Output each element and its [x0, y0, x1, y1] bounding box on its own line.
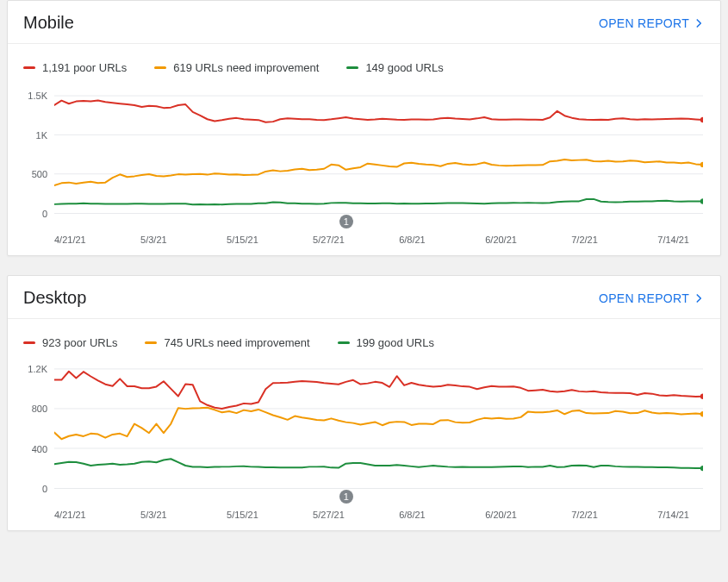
x-tick: 6/20/21 [485, 510, 517, 520]
x-tick: 7/2/21 [571, 235, 598, 245]
y-axis: 1.2K8004000 [20, 363, 51, 489]
svg-point-10 [700, 411, 703, 416]
y-tick: 0 [42, 484, 47, 494]
x-tick: 5/3/21 [140, 510, 167, 520]
legend-label-poor: 1,191 poor URLs [42, 61, 127, 74]
timeline-marker[interactable]: 1 [339, 215, 353, 228]
card-header: Desktop OPEN REPORT [8, 276, 720, 319]
plot-surface [54, 88, 703, 214]
legend-item-poor: 1,191 poor URLs [23, 61, 127, 74]
legend-label-good: 149 good URLs [365, 61, 443, 74]
card-desktop: Desktop OPEN REPORT 923 poor URLs 745 UR… [7, 275, 721, 531]
x-tick: 6/20/21 [485, 235, 517, 245]
marker-row: 1 [54, 214, 703, 229]
x-tick: 7/14/21 [657, 235, 689, 245]
svg-point-3 [700, 117, 703, 122]
chart-body: 1.2K8004000 [20, 363, 705, 489]
x-tick: 6/8/21 [399, 510, 426, 520]
legend-swatch-poor [23, 341, 35, 344]
legend-label-need: 745 URLs need improvement [164, 336, 309, 349]
open-report-button[interactable]: OPEN REPORT [599, 291, 705, 305]
legend-label-poor: 923 poor URLs [42, 336, 117, 349]
open-report-button[interactable]: OPEN REPORT [599, 16, 705, 30]
y-tick: 800 [32, 404, 47, 414]
x-tick: 4/21/21 [54, 510, 86, 520]
card-header: Mobile OPEN REPORT [8, 1, 720, 44]
legend-label-need: 619 URLs need improvement [173, 61, 319, 74]
y-tick: 1.2K [28, 364, 47, 374]
y-axis: 1.5K1K5000 [20, 88, 51, 214]
page: Mobile OPEN REPORT 1,191 poor URLs 619 U… [0, 0, 728, 541]
open-report-label: OPEN REPORT [599, 16, 689, 30]
legend-item-need: 745 URLs need improvement [145, 336, 309, 349]
x-tick: 6/8/21 [399, 235, 426, 245]
x-tick: 5/3/21 [140, 235, 167, 245]
x-tick: 5/27/21 [313, 510, 345, 520]
y-tick: 500 [32, 169, 47, 179]
x-axis: 4/21/215/3/215/15/215/27/216/8/216/20/21… [54, 506, 703, 530]
svg-point-11 [700, 466, 703, 471]
legend-swatch-need [145, 341, 157, 344]
timeline-marker[interactable]: 1 [339, 490, 353, 504]
chevron-right-icon [693, 292, 705, 304]
legend-item-good: 199 good URLs [338, 336, 434, 349]
x-tick: 4/21/21 [54, 235, 86, 245]
x-tick: 5/27/21 [313, 235, 345, 245]
legend-item-poor: 923 poor URLs [23, 336, 117, 349]
chevron-right-icon [693, 17, 705, 29]
card-mobile: Mobile OPEN REPORT 1,191 poor URLs 619 U… [7, 0, 721, 256]
legend-swatch-good [346, 66, 358, 69]
y-tick: 1.5K [28, 91, 47, 101]
y-tick: 1K [36, 130, 47, 141]
chart-body: 1.5K1K5000 [20, 88, 705, 214]
legend-item-good: 149 good URLs [346, 61, 443, 74]
legend-swatch-need [154, 66, 166, 69]
svg-point-4 [700, 162, 703, 167]
card-title: Desktop [23, 288, 86, 308]
legend: 1,191 poor URLs 619 URLs need improvemen… [8, 44, 720, 79]
open-report-label: OPEN REPORT [599, 291, 689, 305]
x-tick: 5/15/21 [227, 510, 258, 520]
svg-point-9 [700, 394, 703, 399]
y-tick: 0 [42, 209, 47, 219]
y-tick: 400 [32, 444, 47, 454]
legend-label-good: 199 good URLs [357, 336, 434, 349]
legend: 923 poor URLs 745 URLs need improvement … [8, 319, 720, 354]
x-axis: 4/21/215/3/215/15/215/27/216/8/216/20/21… [54, 231, 703, 255]
legend-swatch-good [338, 341, 350, 344]
legend-item-need: 619 URLs need improvement [154, 61, 319, 74]
legend-swatch-poor [23, 66, 35, 69]
marker-row: 1 [54, 489, 703, 504]
svg-point-5 [700, 198, 703, 203]
x-tick: 5/15/21 [227, 235, 258, 245]
x-tick: 7/2/21 [571, 510, 598, 520]
chart-area: 1.2K8004000 1 4/21/215/3/215/15/215/27/2… [8, 363, 720, 530]
plot-surface [54, 363, 703, 489]
card-title: Mobile [23, 13, 74, 33]
x-tick: 7/14/21 [657, 510, 689, 520]
chart-area: 1.5K1K5000 1 4/21/215/3/215/15/215/27/21… [8, 88, 720, 255]
